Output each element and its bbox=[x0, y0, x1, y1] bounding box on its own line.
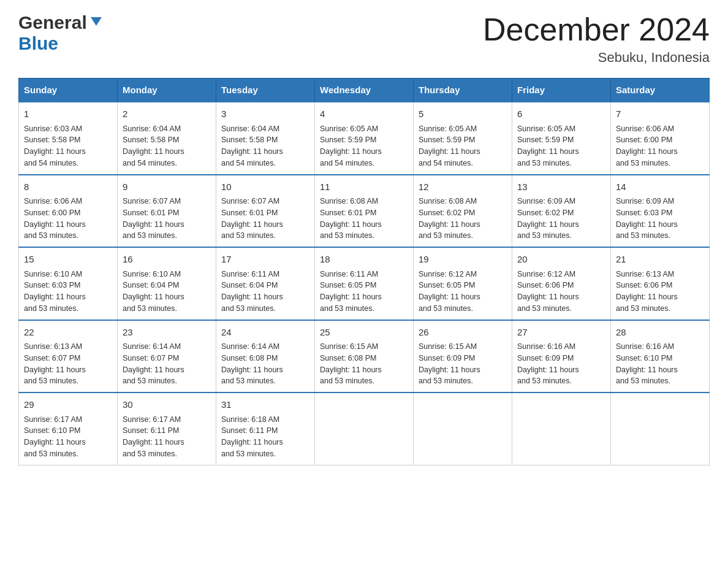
col-thursday: Thursday bbox=[414, 79, 512, 102]
calendar-cell: 22Sunrise: 6:13 AMSunset: 6:07 PMDayligh… bbox=[19, 320, 118, 393]
day-info: Sunrise: 6:09 AMSunset: 6:03 PMDaylight:… bbox=[616, 196, 704, 242]
month-title: December 2024 bbox=[483, 12, 710, 47]
day-info: Sunrise: 6:11 AMSunset: 6:05 PMDaylight:… bbox=[320, 269, 408, 315]
calendar-cell: 5Sunrise: 6:05 AMSunset: 5:59 PMDaylight… bbox=[414, 102, 512, 175]
day-number: 24 bbox=[221, 326, 309, 340]
col-sunday: Sunday bbox=[19, 79, 118, 102]
calendar-table: Sunday Monday Tuesday Wednesday Thursday… bbox=[18, 78, 710, 465]
calendar-cell: 19Sunrise: 6:12 AMSunset: 6:05 PMDayligh… bbox=[414, 247, 512, 320]
day-info: Sunrise: 6:04 AMSunset: 5:58 PMDaylight:… bbox=[221, 123, 309, 169]
day-number: 11 bbox=[320, 180, 408, 194]
calendar-cell: 18Sunrise: 6:11 AMSunset: 6:05 PMDayligh… bbox=[315, 247, 414, 320]
calendar-cell: 11Sunrise: 6:08 AMSunset: 6:01 PMDayligh… bbox=[315, 175, 414, 248]
col-wednesday: Wednesday bbox=[315, 79, 414, 102]
logo-general-text: General bbox=[18, 12, 87, 33]
day-info: Sunrise: 6:13 AMSunset: 6:07 PMDaylight:… bbox=[24, 341, 112, 387]
day-number: 6 bbox=[517, 107, 605, 121]
day-info: Sunrise: 6:08 AMSunset: 6:01 PMDaylight:… bbox=[320, 196, 408, 242]
calendar-week-row: 8Sunrise: 6:06 AMSunset: 6:00 PMDaylight… bbox=[19, 175, 710, 248]
day-number: 10 bbox=[221, 180, 309, 194]
day-number: 4 bbox=[320, 107, 408, 121]
col-friday: Friday bbox=[512, 79, 611, 102]
calendar-cell: 17Sunrise: 6:11 AMSunset: 6:04 PMDayligh… bbox=[216, 247, 315, 320]
day-number: 5 bbox=[419, 107, 507, 121]
day-number: 28 bbox=[616, 326, 704, 340]
calendar-cell: 14Sunrise: 6:09 AMSunset: 6:03 PMDayligh… bbox=[611, 175, 710, 248]
calendar-cell: 10Sunrise: 6:07 AMSunset: 6:01 PMDayligh… bbox=[216, 175, 315, 248]
day-info: Sunrise: 6:10 AMSunset: 6:03 PMDaylight:… bbox=[24, 269, 112, 315]
day-number: 27 bbox=[517, 326, 605, 340]
day-number: 30 bbox=[123, 398, 211, 412]
day-info: Sunrise: 6:06 AMSunset: 6:00 PMDaylight:… bbox=[24, 196, 112, 242]
day-number: 29 bbox=[24, 398, 112, 412]
calendar-cell: 28Sunrise: 6:16 AMSunset: 6:10 PMDayligh… bbox=[611, 320, 710, 393]
col-saturday: Saturday bbox=[611, 79, 710, 102]
day-number: 23 bbox=[123, 326, 211, 340]
day-number: 26 bbox=[419, 326, 507, 340]
day-number: 8 bbox=[24, 180, 112, 194]
calendar-cell: 13Sunrise: 6:09 AMSunset: 6:02 PMDayligh… bbox=[512, 175, 611, 248]
calendar-week-row: 1Sunrise: 6:03 AMSunset: 5:58 PMDaylight… bbox=[19, 102, 710, 175]
day-number: 25 bbox=[320, 326, 408, 340]
calendar-cell: 3Sunrise: 6:04 AMSunset: 5:58 PMDaylight… bbox=[216, 102, 315, 175]
calendar-cell: 30Sunrise: 6:17 AMSunset: 6:11 PMDayligh… bbox=[118, 393, 216, 465]
calendar-cell: 2Sunrise: 6:04 AMSunset: 5:58 PMDaylight… bbox=[118, 102, 216, 175]
calendar-cell: 7Sunrise: 6:06 AMSunset: 6:00 PMDaylight… bbox=[611, 102, 710, 175]
calendar-cell: 8Sunrise: 6:06 AMSunset: 6:00 PMDaylight… bbox=[19, 175, 118, 248]
day-info: Sunrise: 6:18 AMSunset: 6:11 PMDaylight:… bbox=[221, 414, 309, 460]
calendar-cell bbox=[414, 393, 512, 465]
day-info: Sunrise: 6:12 AMSunset: 6:05 PMDaylight:… bbox=[419, 269, 507, 315]
logo: General Blue bbox=[18, 12, 103, 54]
day-info: Sunrise: 6:03 AMSunset: 5:58 PMDaylight:… bbox=[24, 123, 112, 169]
day-number: 22 bbox=[24, 326, 112, 340]
calendar-cell: 25Sunrise: 6:15 AMSunset: 6:08 PMDayligh… bbox=[315, 320, 414, 393]
day-info: Sunrise: 6:14 AMSunset: 6:07 PMDaylight:… bbox=[123, 341, 211, 387]
col-monday: Monday bbox=[118, 79, 216, 102]
day-number: 1 bbox=[24, 107, 112, 121]
header: General Blue December 2024 Sebuku, Indon… bbox=[18, 12, 710, 66]
day-number: 18 bbox=[320, 253, 408, 267]
calendar-cell: 24Sunrise: 6:14 AMSunset: 6:08 PMDayligh… bbox=[216, 320, 315, 393]
day-info: Sunrise: 6:05 AMSunset: 5:59 PMDaylight:… bbox=[517, 123, 605, 169]
day-info: Sunrise: 6:15 AMSunset: 6:09 PMDaylight:… bbox=[419, 341, 507, 387]
day-number: 12 bbox=[419, 180, 507, 194]
day-info: Sunrise: 6:16 AMSunset: 6:09 PMDaylight:… bbox=[517, 341, 605, 387]
title-area: December 2024 Sebuku, Indonesia bbox=[483, 12, 710, 66]
day-info: Sunrise: 6:16 AMSunset: 6:10 PMDaylight:… bbox=[616, 341, 704, 387]
day-info: Sunrise: 6:07 AMSunset: 6:01 PMDaylight:… bbox=[123, 196, 211, 242]
calendar-cell: 9Sunrise: 6:07 AMSunset: 6:01 PMDaylight… bbox=[118, 175, 216, 248]
day-number: 13 bbox=[517, 180, 605, 194]
calendar-cell: 31Sunrise: 6:18 AMSunset: 6:11 PMDayligh… bbox=[216, 393, 315, 465]
day-info: Sunrise: 6:17 AMSunset: 6:11 PMDaylight:… bbox=[123, 414, 211, 460]
day-info: Sunrise: 6:11 AMSunset: 6:04 PMDaylight:… bbox=[221, 269, 309, 315]
day-info: Sunrise: 6:17 AMSunset: 6:10 PMDaylight:… bbox=[24, 414, 112, 460]
calendar-cell: 20Sunrise: 6:12 AMSunset: 6:06 PMDayligh… bbox=[512, 247, 611, 320]
calendar-cell bbox=[512, 393, 611, 465]
day-number: 15 bbox=[24, 253, 112, 267]
calendar-cell: 4Sunrise: 6:05 AMSunset: 5:59 PMDaylight… bbox=[315, 102, 414, 175]
day-number: 7 bbox=[616, 107, 704, 121]
logo-triangle-icon bbox=[89, 15, 103, 31]
calendar-body: 1Sunrise: 6:03 AMSunset: 5:58 PMDaylight… bbox=[19, 102, 710, 465]
calendar-cell: 15Sunrise: 6:10 AMSunset: 6:03 PMDayligh… bbox=[19, 247, 118, 320]
calendar-week-row: 15Sunrise: 6:10 AMSunset: 6:03 PMDayligh… bbox=[19, 247, 710, 320]
calendar-cell: 12Sunrise: 6:08 AMSunset: 6:02 PMDayligh… bbox=[414, 175, 512, 248]
calendar-cell bbox=[611, 393, 710, 465]
day-number: 19 bbox=[419, 253, 507, 267]
calendar-week-row: 29Sunrise: 6:17 AMSunset: 6:10 PMDayligh… bbox=[19, 393, 710, 465]
day-info: Sunrise: 6:10 AMSunset: 6:04 PMDaylight:… bbox=[123, 269, 211, 315]
calendar-cell: 29Sunrise: 6:17 AMSunset: 6:10 PMDayligh… bbox=[19, 393, 118, 465]
day-number: 9 bbox=[123, 180, 211, 194]
day-number: 17 bbox=[221, 253, 309, 267]
col-tuesday: Tuesday bbox=[216, 79, 315, 102]
day-number: 2 bbox=[123, 107, 211, 121]
day-info: Sunrise: 6:06 AMSunset: 6:00 PMDaylight:… bbox=[616, 123, 704, 169]
day-info: Sunrise: 6:04 AMSunset: 5:58 PMDaylight:… bbox=[123, 123, 211, 169]
calendar-week-row: 22Sunrise: 6:13 AMSunset: 6:07 PMDayligh… bbox=[19, 320, 710, 393]
day-number: 16 bbox=[123, 253, 211, 267]
calendar-cell: 23Sunrise: 6:14 AMSunset: 6:07 PMDayligh… bbox=[118, 320, 216, 393]
calendar-cell: 16Sunrise: 6:10 AMSunset: 6:04 PMDayligh… bbox=[118, 247, 216, 320]
logo-blue-text: Blue bbox=[18, 33, 58, 53]
day-number: 20 bbox=[517, 253, 605, 267]
calendar-cell: 27Sunrise: 6:16 AMSunset: 6:09 PMDayligh… bbox=[512, 320, 611, 393]
